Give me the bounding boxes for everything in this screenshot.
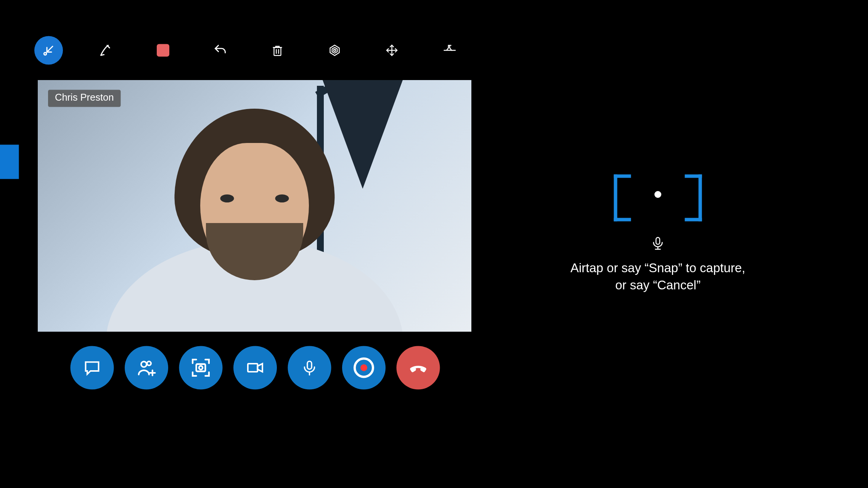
pin-tool-button[interactable] xyxy=(435,36,463,65)
app-window: Chris Preston xyxy=(0,0,867,488)
bracket-left-icon xyxy=(614,175,631,222)
undo-tool-button[interactable] xyxy=(206,36,235,65)
svg-rect-2 xyxy=(274,48,281,56)
annotation-toolbar xyxy=(34,36,463,65)
svg-rect-19 xyxy=(307,361,312,369)
chat-bubble-icon xyxy=(82,358,102,377)
svg-marker-6 xyxy=(330,45,339,56)
record-button[interactable] xyxy=(342,346,386,390)
svg-point-13 xyxy=(147,361,151,365)
participant-name-tag: Chris Preston xyxy=(48,90,121,107)
capture-hint-text: Airtap or say “Snap” to capture, or say … xyxy=(538,260,778,294)
stop-square-icon xyxy=(157,44,169,57)
undo-icon xyxy=(213,43,228,58)
hint-line-1: Airtap or say “Snap” to capture, xyxy=(538,260,778,277)
video-toggle-button[interactable] xyxy=(233,346,277,390)
hangup-icon xyxy=(407,356,430,379)
video-feed[interactable] xyxy=(38,80,471,332)
mic-toggle-button[interactable] xyxy=(288,346,331,390)
capture-reticle xyxy=(614,175,702,215)
call-control-bar xyxy=(71,346,440,390)
move-tool-button[interactable] xyxy=(378,36,406,65)
hint-line-2: or say “Cancel” xyxy=(538,277,778,294)
trash-icon xyxy=(271,43,285,57)
collapse-tool-button[interactable] xyxy=(34,36,63,65)
svg-marker-7 xyxy=(332,48,338,53)
camera-focus-icon xyxy=(190,357,212,379)
reticle-dot-icon xyxy=(654,191,661,198)
bracket-right-icon xyxy=(685,175,702,222)
person-add-icon xyxy=(136,358,157,378)
svg-rect-18 xyxy=(248,364,258,372)
svg-point-17 xyxy=(199,366,203,370)
target-icon xyxy=(328,43,342,57)
microphone-icon xyxy=(301,359,318,376)
stop-tool-button[interactable] xyxy=(149,36,177,65)
pen-signature-icon xyxy=(98,43,113,58)
pin-icon xyxy=(442,43,457,58)
add-participant-button[interactable] xyxy=(125,346,168,390)
svg-rect-21 xyxy=(656,238,660,244)
chat-button[interactable] xyxy=(71,346,114,390)
svg-point-12 xyxy=(141,361,146,367)
svg-line-0 xyxy=(47,47,53,52)
move-arrows-icon xyxy=(385,43,399,57)
left-active-indicator xyxy=(0,145,19,179)
hangup-button[interactable] xyxy=(397,346,440,390)
capture-hint-panel: Airtap or say “Snap” to capture, or say … xyxy=(538,175,778,294)
record-dot-icon xyxy=(354,358,374,378)
delete-tool-button[interactable] xyxy=(263,36,292,65)
participant-silhouette xyxy=(95,97,415,332)
microphone-hint-icon xyxy=(649,234,667,252)
collapse-arrow-icon xyxy=(42,43,56,57)
video-camera-icon xyxy=(246,358,265,377)
target-tool-button[interactable] xyxy=(320,36,349,65)
svg-point-8 xyxy=(334,49,336,51)
svg-point-1 xyxy=(44,53,47,55)
camera-capture-button[interactable] xyxy=(179,346,223,390)
ink-tool-button[interactable] xyxy=(92,36,120,65)
